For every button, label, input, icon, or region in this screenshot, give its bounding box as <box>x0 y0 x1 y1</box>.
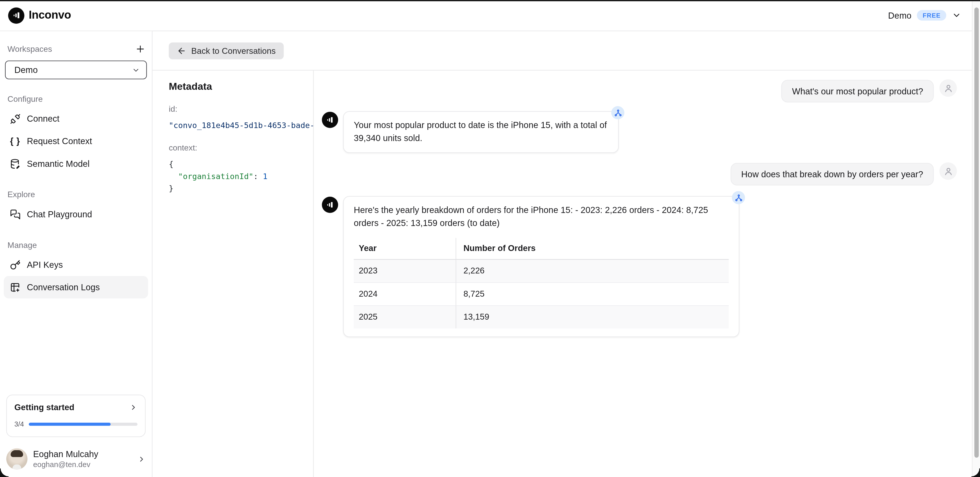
user-profile[interactable]: Eoghan Mulcahy eoghan@ten.dev <box>4 448 148 469</box>
back-button-label: Back to Conversations <box>191 46 276 55</box>
table-header-orders: Number of Orders <box>455 238 729 259</box>
cell-orders: 8,725 <box>455 282 729 305</box>
table-sparkle-icon <box>10 282 21 293</box>
sidebar-item-chat-playground[interactable]: Chat Playground <box>4 203 148 225</box>
sidebar: Workspaces Demo Configure <box>0 31 153 477</box>
progress-count: 3/4 <box>14 420 24 428</box>
metadata-id-value: "convo_181e4b45-5d1b-4653-bade-ce3 <box>169 119 305 132</box>
inconvo-bot-avatar <box>322 112 338 128</box>
main-header: Back to Conversations <box>153 31 980 70</box>
inconvo-logo-icon <box>8 7 24 24</box>
user-name: Eoghan Mulcahy <box>33 449 132 459</box>
brand: Inconvo <box>8 7 71 24</box>
table-row: 2025 13,159 <box>354 306 729 328</box>
inconvo-bot-avatar <box>322 197 338 213</box>
braces-icon: { } <box>10 136 21 146</box>
add-workspace-button[interactable] <box>132 44 148 54</box>
brand-name: Inconvo <box>29 9 71 22</box>
app-window: Inconvo Demo FREE Workspaces Demo <box>0 0 980 477</box>
window-corner <box>0 468 9 477</box>
progress-bar <box>29 422 137 425</box>
branch-flow-icon[interactable] <box>611 106 624 119</box>
window-top-edge <box>0 0 980 1</box>
main-area: Back to Conversations Metadata id: "conv… <box>153 31 980 477</box>
metadata-panel: Metadata id: "convo_181e4b45-5d1b-4653-b… <box>153 71 314 477</box>
assistant-message-text: Here's the yearly breakdown of orders fo… <box>354 205 708 228</box>
cell-year: 2023 <box>354 260 455 282</box>
orders-by-year-table: Year Number of Orders 2023 2,226 <box>354 238 729 328</box>
cell-orders: 2,226 <box>455 260 729 282</box>
sidebar-item-semantic-model[interactable]: Semantic Model <box>4 152 148 175</box>
metadata-context-json: { "organisationId": 1 } <box>169 158 305 194</box>
sidebar-item-label: Request Context <box>27 136 92 146</box>
workspace-select[interactable]: Demo <box>5 60 147 79</box>
sidebar-item-conversation-logs[interactable]: Conversation Logs <box>4 276 148 298</box>
section-explore: Explore <box>4 190 148 199</box>
back-to-conversations-button[interactable]: Back to Conversations <box>169 42 284 59</box>
workspace-name: Demo <box>888 10 911 20</box>
table-row: 2024 8,725 <box>354 282 729 305</box>
user-message: What's our most popular product? <box>322 80 957 102</box>
chevron-right-icon <box>129 403 138 412</box>
sidebar-item-connect[interactable]: Connect <box>4 108 148 130</box>
assistant-message: Here's the yearly breakdown of orders fo… <box>322 197 957 337</box>
workspace-switcher[interactable]: Demo FREE <box>888 10 961 21</box>
user-avatar-icon <box>939 79 957 97</box>
chat-icon <box>10 209 21 220</box>
key-icon <box>10 260 21 270</box>
user-message-bubble: How does that break down by orders per y… <box>730 163 934 186</box>
arrow-left-icon <box>177 46 186 55</box>
window-corner <box>971 468 980 477</box>
workspace-select-value: Demo <box>14 65 38 75</box>
scrollbar-thumb[interactable] <box>974 7 979 458</box>
conversation-thread: What's our most popular product? <box>314 71 980 477</box>
cell-year: 2025 <box>354 306 455 328</box>
chevron-down-icon <box>132 66 140 74</box>
getting-started-card[interactable]: Getting started 3/4 <box>6 395 146 437</box>
chevron-right-icon <box>137 455 146 463</box>
metadata-title: Metadata <box>169 81 305 92</box>
sidebar-item-label: Chat Playground <box>27 209 92 219</box>
topbar: Inconvo Demo FREE <box>0 0 980 31</box>
table-row: 2023 2,226 <box>354 260 729 282</box>
user-message-bubble: What's our most popular product? <box>781 80 934 102</box>
sidebar-item-request-context[interactable]: { } Request Context <box>4 130 148 152</box>
workspaces-label: Workspaces <box>4 44 56 54</box>
metadata-id-label: id: <box>169 104 305 114</box>
assistant-message: Your most popular product to date is the… <box>322 111 957 153</box>
getting-started-title: Getting started <box>14 403 74 412</box>
assistant-message-text: Your most popular product to date is the… <box>354 120 607 143</box>
plug-icon <box>10 113 21 124</box>
sidebar-item-label: Semantic Model <box>27 158 90 169</box>
database-icon <box>10 158 21 169</box>
plan-badge: FREE <box>917 10 946 21</box>
table-header-year: Year <box>354 238 455 259</box>
page-scrollbar[interactable] <box>972 1 980 477</box>
sidebar-item-label: Connect <box>27 114 59 124</box>
user-email: eoghan@ten.dev <box>33 460 132 469</box>
cell-year: 2024 <box>354 282 455 305</box>
assistant-message-card: Your most popular product to date is the… <box>343 111 619 153</box>
metadata-context-label: context: <box>169 143 305 152</box>
chevron-down-icon[interactable] <box>952 11 961 20</box>
avatar <box>6 448 27 469</box>
sidebar-item-api-keys[interactable]: API Keys <box>4 254 148 276</box>
user-avatar-icon <box>939 163 957 180</box>
assistant-message-card: Here's the yearly breakdown of orders fo… <box>343 197 740 337</box>
section-configure: Configure <box>4 94 148 104</box>
section-manage: Manage <box>4 240 148 250</box>
user-message: How does that break down by orders per y… <box>322 163 957 186</box>
branch-flow-icon[interactable] <box>732 191 745 204</box>
cell-orders: 13,159 <box>455 306 729 328</box>
sidebar-item-label: API Keys <box>27 260 63 269</box>
sidebar-item-label: Conversation Logs <box>27 282 100 292</box>
